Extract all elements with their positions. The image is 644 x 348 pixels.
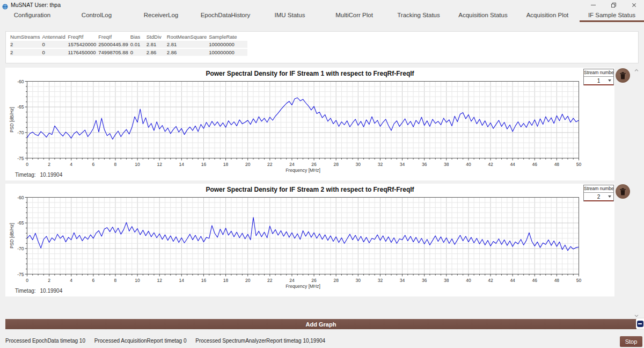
stream-number-dropdown-1[interactable]: 1 [584,77,613,85]
psd-chart-card-1: Power Spectral Density for IF Stream 1 w… [5,68,614,180]
svg-text:0: 0 [26,278,28,283]
svg-text:Frequency [MHz]: Frequency [MHz] [286,168,320,173]
svg-text:PSD [dB/Hz]: PSD [dB/Hz] [9,223,14,249]
minus-badge-icon [637,321,643,327]
svg-text:48: 48 [554,278,560,283]
col-header: NumStreams [10,33,42,41]
svg-text:32: 32 [378,162,383,167]
stream-number-dropdown-2[interactable]: 2 [584,193,613,201]
svg-text:34: 34 [400,162,405,167]
col-header: SampleRate [209,33,247,41]
window-title: MuSNAT User: thpa [11,2,61,8]
tab-multicorr-plot[interactable]: MultiCorr Plot [322,10,386,22]
svg-text:12: 12 [157,278,162,283]
svg-text:40: 40 [466,162,471,167]
delete-graph-2-button[interactable] [616,184,630,199]
svg-text:34: 34 [400,278,405,283]
trash-icon [619,188,626,195]
svg-text:44: 44 [510,162,515,167]
svg-text:20: 20 [245,162,251,167]
svg-text:30: 30 [356,162,361,167]
tab-configuration[interactable]: Configuration [0,10,64,22]
table-row: 2 0 1575420000 25000445.89 0.01 2.81 2.8… [10,41,247,48]
svg-text:-70: -70 [17,130,24,135]
svg-text:50: 50 [576,162,582,167]
tab-tracking-status[interactable]: Tracking Status [386,10,451,22]
musnat-window: MuSNAT User: thpa Configuration ControlL… [0,0,644,348]
svg-text:48: 48 [554,162,560,167]
svg-text:10: 10 [135,162,140,167]
col-header: Bias [130,33,147,41]
tab-epochdatahistory[interactable]: EpochDataHistory [193,10,258,22]
svg-text:30: 30 [356,278,361,283]
timetag: Timetag:10.19904 [15,288,62,294]
stream-selector-2: Stream numbers 2 [583,185,614,201]
minimized-panel-widget[interactable] [636,318,644,329]
svg-text:40: 40 [466,278,471,283]
col-header: RootMeanSquare [167,33,209,41]
svg-text:22: 22 [267,278,273,283]
tab-bar: Configuration ControlLog ReceiverLog Epo… [0,10,644,22]
tab-receiverlog[interactable]: ReceiverLog [129,10,193,22]
psd-plot-stream-2: 0246810121416182022242628303234363840424… [5,195,614,289]
svg-text:-65: -65 [17,104,24,110]
maximize-button[interactable] [603,0,624,10]
title-bar: MuSNAT User: thpa [0,0,644,10]
svg-text:24: 24 [289,278,295,283]
svg-text:-75: -75 [17,272,24,277]
svg-text:44: 44 [510,278,515,283]
minimize-icon [591,5,596,5]
status-spectrumanalyzerreport: Processed SpectrumAnalyzerReport timetag… [195,338,325,344]
psd-chart-card-2: Power Spectral Density for IF Stream 2 w… [5,184,614,296]
close-icon [632,3,636,8]
svg-text:-60: -60 [17,195,24,200]
tab-if-sample-status[interactable]: IF Sample Status [580,10,644,22]
svg-text:16: 16 [201,278,207,283]
svg-text:38: 38 [444,162,449,167]
minimize-button[interactable] [583,0,603,10]
close-button[interactable] [624,0,644,10]
chevron-down-icon [608,195,611,198]
svg-text:18: 18 [223,162,229,167]
svg-text:-65: -65 [17,220,24,226]
svg-text:14: 14 [179,278,185,283]
svg-text:8: 8 [114,162,117,167]
tab-acquisition-plot[interactable]: Acquisition Plot [515,10,580,22]
if-stream-stats-table: NumStreams AntennaId FreqRf FreqIf Bias … [5,31,639,63]
table-row: 2 0 1176450000 74998705.88 0 2.86 2.86 1… [10,48,247,56]
svg-text:16: 16 [201,162,207,167]
svg-text:26: 26 [311,162,317,167]
svg-text:6: 6 [92,278,94,283]
col-header: AntennaId [42,33,68,41]
scroll-down-button[interactable] [634,313,639,318]
col-header: StdDiv [147,33,167,41]
trash-icon [619,72,626,79]
scroll-up-button[interactable] [634,68,639,73]
svg-text:46: 46 [532,162,538,167]
svg-text:36: 36 [422,278,427,283]
status-acquisitionreport: Processed AcquisitionReport timetag 0 [94,338,187,344]
table-header-row: NumStreams AntennaId FreqRf FreqIf Bias … [10,33,247,41]
svg-text:26: 26 [311,278,317,283]
svg-text:PSD [dB/Hz]: PSD [dB/Hz] [9,107,14,133]
delete-graph-1-button[interactable] [616,68,630,83]
svg-text:36: 36 [422,162,427,167]
tab-acquisition-status[interactable]: Acquisition Status [451,10,515,22]
chevron-down-icon [608,79,611,82]
svg-text:38: 38 [444,278,449,283]
chart-title: Power Spectral Density for IF Stream 1 w… [5,68,614,79]
svg-text:2: 2 [48,162,50,167]
svg-text:42: 42 [488,162,493,167]
svg-text:Frequency [MHz]: Frequency [MHz] [286,284,320,289]
chart-title: Power Spectral Density for IF Stream 2 w… [5,184,614,195]
svg-text:6: 6 [92,162,94,167]
tab-controllog[interactable]: ControlLog [64,10,129,22]
tab-imu-status[interactable]: IMU Status [258,10,322,22]
svg-text:22: 22 [267,162,273,167]
col-header: FreqRf [68,33,98,41]
svg-text:32: 32 [378,278,383,283]
add-graph-button[interactable]: Add Graph [5,319,636,329]
svg-text:20: 20 [245,278,251,283]
stop-button[interactable]: Stop [620,336,642,347]
svg-text:-70: -70 [17,246,24,251]
